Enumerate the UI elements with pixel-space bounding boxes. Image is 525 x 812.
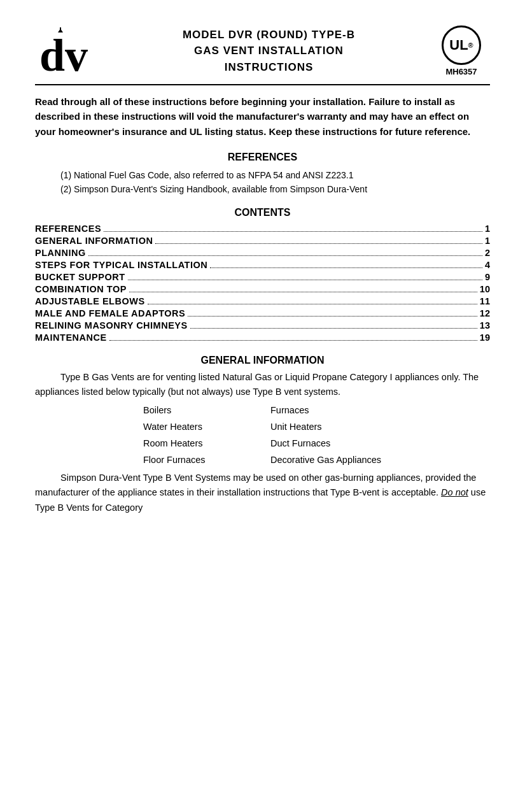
reference-item-1: (1) National Fuel Gas Code, also referre…: [60, 168, 490, 182]
toc-dots-steps: [210, 267, 482, 268]
toc-num-adaptors: 12: [480, 308, 490, 318]
toc-row-maintenance: MAINTENANCE 19: [35, 332, 490, 343]
appliance-duct-furnaces: Duct Furnaces: [270, 435, 490, 452]
appliances-grid: Boilers Furnaces Water Heaters Unit Heat…: [143, 402, 490, 468]
general-info-title: GENERAL INFORMATION: [35, 355, 490, 366]
header-section: dv MODEL DVR (ROUND) TYPE-B GAS VENT INS…: [35, 25, 490, 76]
paragraph2-start: Simpson Dura-Vent Type B Vent Systems ma…: [35, 473, 476, 497]
toc-num-elbows: 11: [480, 296, 490, 306]
toc-row-elbows: ADJUSTABLE ELBOWS 11: [35, 296, 490, 307]
contents-title: CONTENTS: [35, 207, 490, 218]
toc-label-relining: RELINING MASONRY CHIMNEYS: [35, 320, 188, 331]
appliance-unit-heaters: Unit Heaters: [270, 418, 490, 435]
toc-dots-combo: [129, 292, 477, 292]
svg-text:dv: dv: [39, 30, 88, 75]
appliance-boilers: Boilers: [143, 402, 270, 418]
appliance-furnaces: Furnaces: [270, 402, 490, 418]
toc-row-general: GENERAL INFORMATION 1: [35, 236, 490, 246]
references-list: (1) National Fuel Gas Code, also referre…: [60, 168, 490, 197]
toc-label-maintenance: MAINTENANCE: [35, 332, 107, 343]
warning-text: Read through all of these instructions b…: [35, 94, 490, 139]
ul-circle: UL ®: [442, 25, 481, 65]
toc-dots-general: [155, 243, 482, 244]
contents-table: REFERENCES 1 GENERAL INFORMATION 1 PLANN…: [35, 224, 490, 343]
toc-label-general: GENERAL INFORMATION: [35, 236, 153, 246]
toc-row-steps: STEPS FOR TYPICAL INSTALLATION 4: [35, 260, 490, 271]
toc-num-combo: 10: [480, 284, 490, 294]
toc-dots-adaptors: [188, 316, 477, 317]
toc-dots-bucket: [128, 280, 482, 280]
general-info-paragraph1: Type B Gas Vents are for venting listed …: [35, 370, 490, 399]
toc-row-bucket: BUCKET SUPPORT 9: [35, 272, 490, 283]
general-info-paragraph2: Simpson Dura-Vent Type B Vent Systems ma…: [35, 471, 490, 515]
toc-label-elbows: ADJUSTABLE ELBOWS: [35, 296, 145, 306]
appliance-room-heaters: Room Heaters: [143, 435, 270, 452]
model-title: MODEL DVR (ROUND) TYPE-B GAS VENT INSTAL…: [118, 27, 420, 76]
toc-row-combo: COMBINATION TOP 10: [35, 284, 490, 295]
toc-num-maintenance: 19: [480, 332, 490, 343]
toc-dots-elbows: [148, 304, 477, 304]
toc-num-general: 1: [485, 236, 490, 246]
ul-model-number: MH6357: [445, 67, 477, 76]
toc-num-references: 1: [485, 224, 490, 234]
toc-num-relining: 13: [480, 320, 490, 331]
toc-label-planning: PLANNING: [35, 248, 86, 258]
appliance-decorative-gas: Decorative Gas Appliances: [270, 452, 490, 468]
toc-label-steps: STEPS FOR TYPICAL INSTALLATION: [35, 260, 207, 270]
toc-dots-planning: [88, 255, 482, 256]
toc-dots-references: [104, 231, 482, 232]
references-title: REFERENCES: [35, 152, 490, 163]
appliance-floor-furnaces: Floor Furnaces: [143, 452, 270, 468]
toc-dots-relining: [190, 328, 477, 329]
toc-dots-maintenance: [109, 340, 477, 341]
toc-label-adaptors: MALE AND FEMALE ADAPTORS: [35, 308, 185, 318]
toc-num-bucket: 9: [485, 272, 490, 282]
toc-num-steps: 4: [485, 260, 490, 270]
toc-row-adaptors: MALE AND FEMALE ADAPTORS 12: [35, 308, 490, 319]
toc-row-relining: RELINING MASONRY CHIMNEYS 13: [35, 320, 490, 331]
header-divider: [35, 84, 490, 85]
toc-row-planning: PLANNING 2: [35, 248, 490, 259]
toc-row-references: REFERENCES 1: [35, 224, 490, 234]
title-block: MODEL DVR (ROUND) TYPE-B GAS VENT INSTAL…: [105, 27, 433, 76]
toc-label-combo: COMBINATION TOP: [35, 284, 127, 294]
ul-logo-area: UL ® MH6357: [433, 25, 490, 76]
toc-label-references: REFERENCES: [35, 224, 101, 234]
toc-label-bucket: BUCKET SUPPORT: [35, 272, 125, 282]
toc-num-planning: 2: [485, 248, 490, 258]
do-not-text: Do not: [441, 487, 468, 497]
dv-logo-svg: dv: [38, 27, 102, 75]
appliance-water-heaters: Water Heaters: [143, 418, 270, 435]
dv-logo-area: dv: [35, 27, 105, 75]
reference-item-2: (2) Simpson Dura-Vent's Sizing Handbook,…: [60, 182, 490, 196]
